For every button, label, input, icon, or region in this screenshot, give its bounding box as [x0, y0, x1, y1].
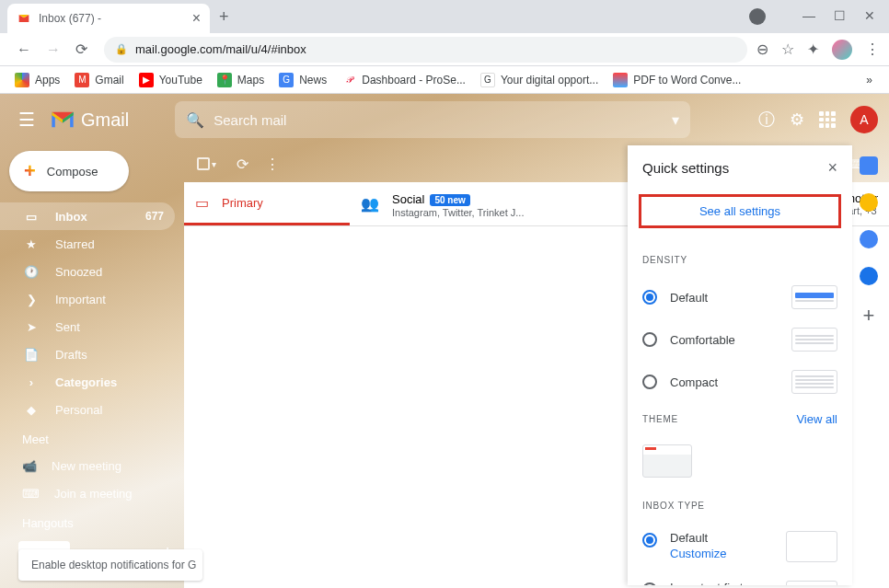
browser-menu-icon[interactable]: ⋮ [865, 40, 880, 58]
extensions-icon[interactable]: ✦ [807, 40, 819, 58]
bookmark-pdf[interactable]: PDF to Word Conve... [606, 73, 748, 87]
chevron-right-icon: › [22, 375, 40, 389]
select-dropdown-caret[interactable]: ▾ [212, 159, 216, 169]
social-badge: 50 new [430, 194, 469, 206]
nav-drafts[interactable]: 📄Drafts [0, 340, 175, 368]
browser-profile-avatar[interactable] [832, 40, 852, 60]
gmail-app: ☰ Gmail 🔍 ▾ ⓘ ⚙ A + Compose ▭Inbox677 ★S… [0, 94, 889, 588]
density-default[interactable]: Default [628, 276, 852, 318]
nav-starred[interactable]: ★Starred [0, 230, 175, 258]
window-minimize[interactable]: — [802, 8, 815, 25]
gmail-logo[interactable]: Gmail [50, 110, 129, 131]
bookmark-maps[interactable]: 📍Maps [210, 73, 271, 87]
theme-section-title: THEME [642, 414, 678, 424]
forward-button[interactable]: → [39, 41, 68, 58]
meet-join-meeting[interactable]: ⌨Join a meeting [0, 479, 184, 507]
bookmarks-overflow[interactable]: » [857, 74, 882, 86]
bookmarks-bar: Apps MGmail ▶YouTube 📍Maps GNews 𝒫Dashbo… [0, 66, 889, 94]
refresh-icon[interactable]: ⟳ [237, 156, 248, 173]
primary-tab-icon: ▭ [195, 194, 209, 212]
video-icon: 📹 [22, 459, 37, 473]
main-menu-icon[interactable]: ☰ [11, 101, 42, 138]
tab-title: Inbox (677) - [39, 12, 192, 25]
bookmark-dashboard[interactable]: 𝒫Dashboard - ProSe... [334, 73, 473, 87]
inbox-type-default[interactable]: Default Customize [628, 522, 852, 571]
inbox-preview-important [786, 581, 837, 585]
important-icon: ❯ [22, 293, 40, 306]
nav-inbox[interactable]: ▭Inbox677 [0, 202, 175, 230]
url-text: mail.google.com/mail/u/4/#inbox [135, 42, 306, 56]
bookmark-gmail[interactable]: MGmail [67, 73, 131, 87]
social-tab-icon: 👥 [361, 195, 379, 213]
gmail-header: ☰ Gmail 🔍 ▾ ⓘ ⚙ A [0, 94, 889, 145]
account-avatar[interactable]: A [850, 106, 878, 133]
inbox-customize-link[interactable]: Customize [670, 547, 786, 560]
bookmark-digital[interactable]: GYour digital opport... [473, 73, 606, 87]
compose-button[interactable]: + Compose [9, 151, 129, 191]
density-comfortable[interactable]: Comfortable [628, 318, 852, 361]
quick-settings-panel: Quick settings × See all settings DENSIT… [628, 145, 852, 585]
star-icon: ★ [22, 237, 40, 251]
back-button[interactable]: ← [9, 41, 39, 58]
tab-primary[interactable]: ▭ Primary [184, 182, 350, 225]
zoom-icon[interactable]: ⊖ [756, 40, 768, 58]
support-icon[interactable]: ⓘ [758, 109, 775, 131]
radio-checked[interactable] [642, 533, 657, 548]
search-box[interactable]: 🔍 ▾ [175, 101, 690, 138]
bookmark-youtube[interactable]: ▶YouTube [132, 73, 210, 87]
theme-thumbnail[interactable] [642, 444, 692, 478]
new-tab-button[interactable]: + [219, 7, 229, 27]
radio-unchecked[interactable] [642, 375, 657, 389]
tasks-icon[interactable] [860, 230, 878, 248]
close-icon[interactable]: × [827, 158, 837, 178]
window-close[interactable]: ✕ [864, 8, 875, 25]
browser-tab-strip: Inbox (677) - × + — ☐ ✕ [0, 0, 889, 33]
right-side-panel: + [849, 145, 889, 585]
drafts-icon: 📄 [22, 348, 40, 362]
meet-new-meeting[interactable]: 📹New meeting [0, 452, 184, 479]
keep-icon[interactable] [860, 193, 878, 212]
inbox-type-important[interactable]: Important first [628, 571, 852, 585]
sent-icon: ➤ [22, 320, 40, 334]
search-options-caret[interactable]: ▾ [672, 111, 679, 129]
bookmark-news[interactable]: GNews [271, 73, 334, 87]
radio-checked[interactable] [642, 290, 657, 305]
see-all-settings-button[interactable]: See all settings [639, 194, 841, 228]
google-apps-icon[interactable] [819, 111, 836, 128]
theme-view-all-link[interactable]: View all [796, 412, 837, 426]
density-compact[interactable]: Compact [628, 361, 852, 403]
reload-button[interactable]: ⟳ [68, 40, 95, 58]
window-maximize[interactable]: ☐ [834, 8, 846, 25]
bookmark-apps[interactable]: Apps [7, 73, 67, 87]
nav-list: ▭Inbox677 ★Starred 🕐Snoozed ❯Important ➤… [0, 202, 184, 423]
address-bar: ← → ⟳ 🔒 mail.google.com/mail/u/4/#inbox … [0, 33, 889, 66]
search-input[interactable] [214, 112, 672, 128]
plus-icon: + [24, 159, 36, 183]
profile-indicator-icon[interactable] [749, 8, 766, 25]
more-icon[interactable]: ⋮ [265, 156, 280, 173]
contacts-icon[interactable] [860, 267, 878, 285]
browser-tab[interactable]: Inbox (677) - × [7, 4, 210, 33]
nav-categories[interactable]: ›Categories [0, 368, 175, 396]
settings-gear-icon[interactable]: ⚙ [790, 110, 804, 130]
nav-personal[interactable]: ◆Personal [0, 396, 175, 423]
addons-plus-icon[interactable]: + [863, 304, 875, 328]
search-icon: 🔍 [186, 111, 204, 129]
nav-sent[interactable]: ➤Sent [0, 313, 175, 340]
keyboard-icon: ⌨ [22, 487, 40, 501]
url-input[interactable]: 🔒 mail.google.com/mail/u/4/#inbox [104, 37, 747, 63]
nav-snoozed[interactable]: 🕐Snoozed [0, 258, 175, 285]
bookmark-star-icon[interactable]: ☆ [781, 40, 794, 58]
density-preview-compact [791, 370, 837, 394]
select-all-checkbox[interactable] [197, 157, 210, 170]
radio-unchecked[interactable] [642, 582, 657, 585]
hangouts-section-header: Hangouts [0, 507, 184, 536]
gmail-logo-icon [50, 110, 75, 130]
tab-close-icon[interactable]: × [192, 10, 201, 27]
calendar-icon[interactable] [860, 156, 878, 175]
sidebar: + Compose ▭Inbox677 ★Starred 🕐Snoozed ❯I… [0, 145, 184, 588]
radio-unchecked[interactable] [642, 332, 657, 347]
nav-important[interactable]: ❯Important [0, 285, 175, 313]
desktop-notifications-prompt[interactable]: Enable desktop notifications for G [18, 549, 202, 581]
meet-section-header: Meet [0, 423, 184, 452]
